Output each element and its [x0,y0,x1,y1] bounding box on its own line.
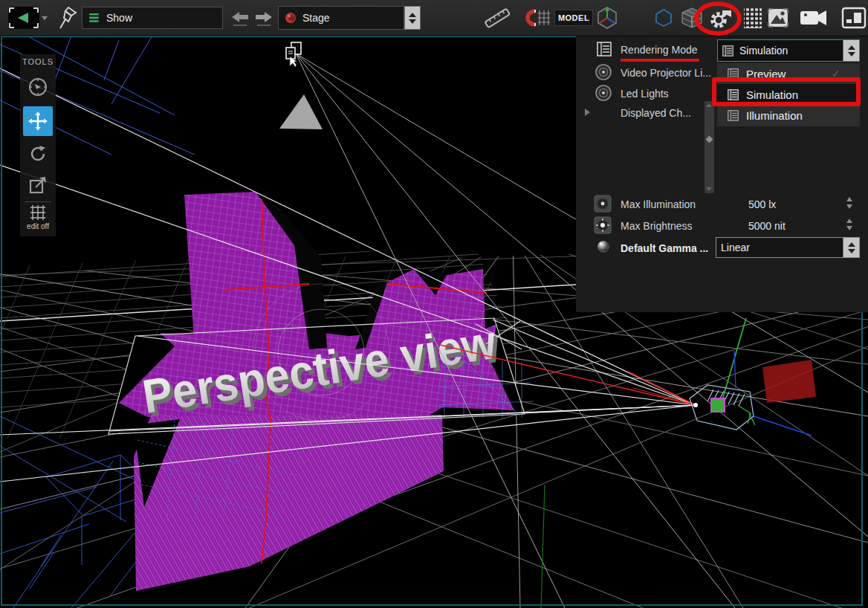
tools-separator [25,201,51,202]
move-tool-button[interactable] [23,106,53,136]
list-icon [728,89,739,100]
led-light-icon [595,85,612,101]
cube-view-icon[interactable] [679,7,705,29]
annotation-underline [621,59,699,62]
gamma-sphere-icon [597,240,610,253]
led-lights-row[interactable]: Led Lights [621,88,669,100]
image-view-icon[interactable] [767,7,789,28]
max-brightness-icon [594,216,612,234]
rendering-mode-select[interactable]: Simulation [717,39,860,62]
video-projector-lights-row[interactable]: Video Projector Li... [621,67,711,79]
camera-icon[interactable] [800,9,828,27]
option-label: Illumination [746,109,803,122]
layout-panels-icon[interactable] [841,6,867,30]
rendering-mode-icon [597,42,612,56]
rotate-tool-button[interactable] [23,139,53,169]
forward-arrow-button[interactable] [254,10,273,28]
navigate-tool-button[interactable] [23,72,53,102]
list-icon [728,68,739,80]
stage-field-value: Stage [302,12,330,24]
dropdown-arrow-icon [42,16,48,20]
show-field-value: Show [106,12,132,24]
rendering-settings-panel: Rendering Mode Simulation Preview ✓ [576,36,868,312]
max-brightness-spinner[interactable] [846,219,852,230]
displayed-channels-row[interactable]: Displayed Ch... [621,107,691,119]
simulation-settings-gear-icon[interactable] [707,6,733,30]
option-illumination[interactable]: Illumination [717,105,860,126]
expander-arrow-icon[interactable] [585,109,590,116]
scroll-up-icon[interactable] [706,103,712,107]
main-toolbar: Show Stage MODEL [0,0,868,36]
measure-tool-icon[interactable] [482,7,513,29]
purple-floor-ribbon [134,415,444,591]
channels-scrollbar[interactable] [705,101,714,193]
compass-icon [28,77,48,97]
gray-triangle-object [279,94,323,129]
rotate-icon [28,144,48,164]
model-label: MODEL [558,13,589,22]
scrollbar-thumb[interactable] [706,136,713,143]
show-selector-field[interactable]: Show [82,7,223,29]
scale-tool-button[interactable] [23,170,53,200]
red-selection-quad [762,360,816,403]
rendering-mode-label: Rendering Mode [621,44,698,56]
option-label: Preview [746,68,786,80]
snap-magnet-icon[interactable] [519,6,551,30]
max-illumination-value[interactable]: 500 lx [748,198,776,210]
projector-selection-handle[interactable] [711,398,725,412]
stage-spinner[interactable] [404,6,421,30]
stage-icon [285,12,297,24]
edit-grid-button[interactable] [23,203,53,222]
tools-panel-title: TOOLS [20,57,56,66]
option-preview[interactable]: Preview ✓ [717,63,860,84]
compo-preview-button[interactable] [7,6,49,30]
max-illumination-icon [594,195,612,213]
stage-selector-field[interactable]: Stage [278,6,404,30]
scroll-down-icon[interactable] [706,187,712,191]
default-gamma-select[interactable]: Linear [716,237,860,258]
grid-icon [30,204,46,221]
list-icon [722,45,733,56]
edit-grid-label: edit off [20,222,56,230]
scale-icon [28,175,48,195]
purple-sail-left [184,192,309,351]
hexagon-mode-icon[interactable] [654,8,673,28]
max-illumination-spinner[interactable] [846,197,852,209]
default-gamma-value: Linear [721,242,750,253]
tools-panel: TOOLS edit off [20,54,56,236]
back-arrow-button[interactable] [230,10,250,28]
default-gamma-spinner[interactable] [843,238,859,257]
option-label: Simulation [746,88,798,101]
projector-lens-glow [693,403,698,407]
max-brightness-label: Max Brightness [621,220,692,232]
rendering-mode-dropdown: Preview ✓ Simulation Illumination [717,63,860,126]
pin-icon[interactable] [58,5,79,32]
rendering-mode-value: Simulation [739,45,788,56]
drag-copy-cursor-icon [286,42,301,67]
grid-overlay-icon[interactable] [742,7,764,28]
rendering-mode-spinner[interactable] [843,40,859,61]
move-icon [28,111,48,131]
max-illumination-label: Max Illumination [621,198,696,210]
projector-light-icon [595,64,612,80]
check-icon: ✓ [831,67,841,80]
default-gamma-label: Default Gamma ... [621,242,708,254]
show-layers-icon [88,13,100,23]
list-icon [728,110,739,121]
option-simulation[interactable]: Simulation [717,84,860,105]
max-brightness-value[interactable]: 5000 nit [748,220,786,232]
axis-gizmo-icon[interactable] [596,6,618,30]
model-mode-button[interactable]: MODEL [554,10,593,26]
